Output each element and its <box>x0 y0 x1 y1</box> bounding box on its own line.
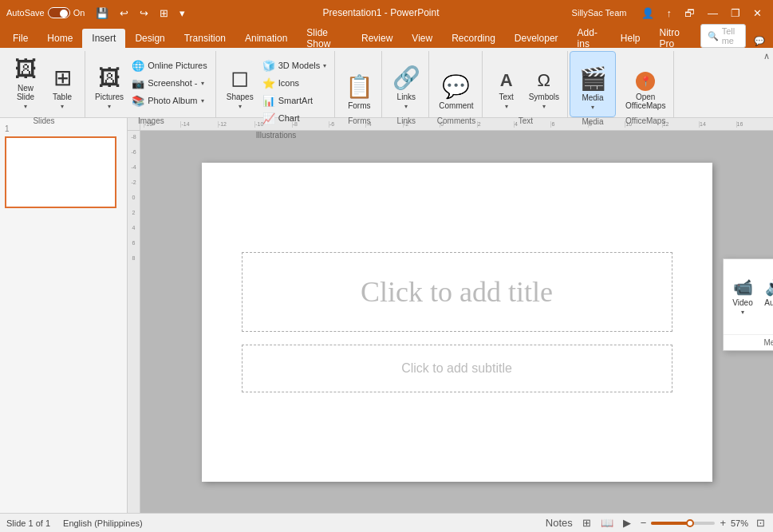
title-bar-right: SillySac Team 👤 ↑ 🗗 — ❐ ✕ <box>572 6 767 21</box>
pictures-label: Pictures <box>95 93 124 101</box>
video-button[interactable]: 📹 Video ▾ <box>727 266 759 328</box>
zoom-bar: − + 57% <box>639 515 748 530</box>
media-label: Media <box>582 93 603 102</box>
zoom-slider[interactable] <box>651 522 715 525</box>
forms-label: Forms <box>348 101 370 110</box>
text-group-content: A Text ▾ Ω Symbols ▾ <box>489 51 562 115</box>
symbols-label: Symbols <box>529 93 559 101</box>
save-button[interactable]: 💾 <box>91 6 113 21</box>
group-links: 🔗 Links ▾ Links <box>384 51 429 117</box>
new-slide-button[interactable]: 🖼 NewSlide ▾ <box>8 54 43 112</box>
close-window-button[interactable]: ✕ <box>748 6 767 21</box>
fit-slide-button[interactable]: ⊡ <box>755 515 767 530</box>
zoom-slider-thumb[interactable] <box>686 519 694 527</box>
tab-developer[interactable]: Developer <box>505 29 568 48</box>
online-pictures-button[interactable]: 🌐 Online Pictures <box>128 57 211 73</box>
photo-album-label: Photo Album <box>148 96 197 105</box>
group-officemaps: 📍 OpenOfficeMaps OfficeMaps <box>617 51 674 117</box>
ribbon-collapse-button[interactable]: ∧ <box>763 51 770 61</box>
minimize-button[interactable]: — <box>703 6 723 21</box>
undo-button[interactable]: ↩ <box>115 6 133 21</box>
tab-recording[interactable]: Recording <box>442 29 505 48</box>
table-button[interactable]: ⊞ Table ▾ <box>45 54 80 112</box>
officemaps-icon: 📍 <box>636 72 655 91</box>
tab-view[interactable]: View <box>402 29 442 48</box>
pictures-icon: 🖼 <box>98 65 120 91</box>
tab-addins[interactable]: Add-ins <box>568 29 611 48</box>
shapes-icon: ◻ <box>231 65 249 91</box>
restore-down-button[interactable]: 🗗 <box>680 6 700 21</box>
autosave-label: AutoSave <box>6 8 45 18</box>
subtitle-placeholder-box[interactable]: Click to add subtitle <box>242 345 672 392</box>
feedback-button[interactable]: 💬 <box>749 34 770 48</box>
text-button[interactable]: A Text ▾ <box>489 54 524 112</box>
language-info: English (Philippines) <box>63 518 143 528</box>
media-button[interactable]: 🎬 Media ▾ <box>575 55 610 112</box>
tell-me-box[interactable]: 🔍 Tell me <box>700 24 746 48</box>
presentation-mode-button[interactable]: ⊞ <box>155 6 173 21</box>
reading-view-button[interactable]: 📖 <box>599 515 615 530</box>
tab-insert[interactable]: Insert <box>82 29 125 48</box>
text-icon: A <box>500 70 513 91</box>
chart-button[interactable]: 📈 Chart <box>259 110 330 126</box>
ruler-v-tick: 8 <box>132 255 136 261</box>
ruler-tick: -14 <box>180 121 217 128</box>
group-illustrations: ◻ Shapes ▾ 🧊 3D Models ▾ ⭐ Icons 📊 Smart… <box>218 51 336 117</box>
shapes-dropdown: ▾ <box>239 103 242 110</box>
ruler-v-tick: 4 <box>132 225 136 231</box>
tab-animation[interactable]: Animation <box>235 29 297 48</box>
open-officemaps-button[interactable]: 📍 OpenOfficeMaps <box>622 54 668 112</box>
links-icon: 🔗 <box>392 65 420 91</box>
forms-button[interactable]: 📋 Forms <box>341 54 377 112</box>
media-group-content: 🎬 Media ▾ <box>575 52 610 116</box>
tab-home[interactable]: Home <box>37 29 82 48</box>
redo-button[interactable]: ↪ <box>135 6 153 21</box>
3d-models-button[interactable]: 🧊 3D Models ▾ <box>259 57 330 73</box>
ruler-v-tick: -4 <box>131 164 136 170</box>
tab-design[interactable]: Design <box>125 29 174 48</box>
share-button[interactable]: ↑ <box>662 6 677 21</box>
audio-button[interactable]: 🔊 Audio ▾ <box>759 266 773 328</box>
officemaps-group-label: OfficeMaps <box>625 115 665 127</box>
3d-dropdown: ▾ <box>323 62 326 69</box>
tab-review[interactable]: Review <box>352 29 402 48</box>
3d-models-icon: 🧊 <box>262 59 275 72</box>
title-placeholder-box[interactable]: Click to add title <box>242 252 672 332</box>
shapes-button[interactable]: ◻ Shapes ▾ <box>223 54 258 112</box>
notes-button[interactable]: Notes <box>544 515 574 530</box>
slide-sorter-button[interactable]: ⊞ <box>581 515 593 530</box>
links-button[interactable]: 🔗 Links ▾ <box>388 54 424 112</box>
autosave-toggle[interactable] <box>48 7 70 18</box>
smartart-label: SmartArt <box>278 96 313 105</box>
tab-slideshow[interactable]: Slide Show <box>297 29 352 48</box>
title-bar-left: AutoSave On 💾 ↩ ↪ ⊞ ▾ <box>6 6 190 21</box>
group-images: 🖼 Pictures ▾ 🌐 Online Pictures 📷 Screens… <box>87 51 216 117</box>
links-group-content: 🔗 Links ▾ <box>388 51 424 115</box>
slideshow-button[interactable]: ▶ <box>621 515 633 530</box>
photo-album-button[interactable]: 📚 Photo Album ▾ <box>128 93 211 108</box>
symbols-icon: Ω <box>538 70 550 91</box>
maximize-button[interactable]: ❐ <box>726 6 745 21</box>
symbols-button[interactable]: Ω Symbols ▾ <box>526 54 562 112</box>
smartart-button[interactable]: 📊 SmartArt <box>259 93 330 108</box>
ruler-v-tick: 6 <box>132 240 136 246</box>
user-icon-button[interactable]: 👤 <box>637 6 659 21</box>
comment-button[interactable]: 💬 Comment <box>436 54 476 112</box>
icons-button[interactable]: ⭐ Icons <box>259 75 330 91</box>
slide-canvas[interactable]: Click to add title Click to add subtitle <box>202 163 712 482</box>
tab-help[interactable]: Help <box>611 29 650 48</box>
tab-transition[interactable]: Transition <box>175 29 235 48</box>
zoom-out-button[interactable]: − <box>639 515 649 530</box>
zoom-in-button[interactable]: + <box>718 515 728 530</box>
chart-label: Chart <box>278 113 300 123</box>
online-pictures-icon: 🌐 <box>132 59 144 72</box>
customize-qat-button[interactable]: ▾ <box>175 6 190 21</box>
status-bar: Slide 1 of 1 English (Philippines) Notes… <box>0 513 773 532</box>
tab-nitro[interactable]: Nitro Pro <box>650 29 697 48</box>
tab-file[interactable]: File <box>3 29 37 48</box>
slide-thumbnail[interactable] <box>5 136 116 208</box>
screenshot-button[interactable]: 📷 Screenshot - ▾ <box>128 75 211 91</box>
slides-group-label: Slides <box>33 115 54 127</box>
comments-group-label: Comments <box>437 115 475 127</box>
pictures-button[interactable]: 🖼 Pictures ▾ <box>92 54 127 112</box>
